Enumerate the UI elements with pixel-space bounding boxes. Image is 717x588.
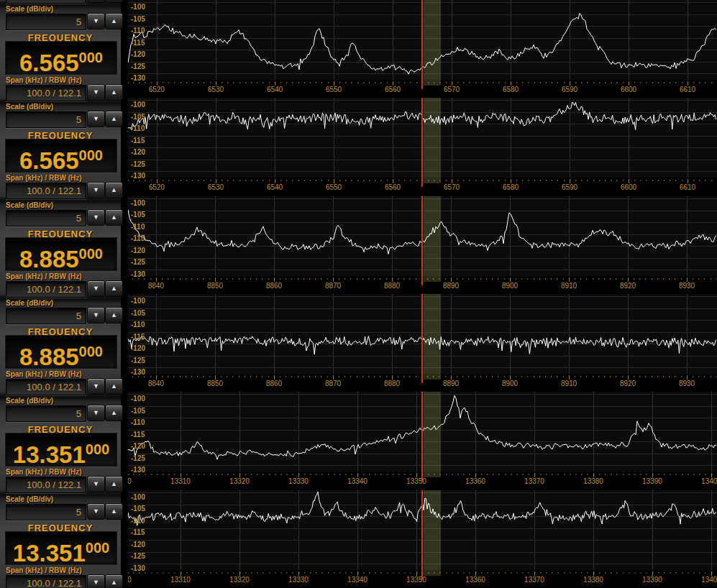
spectrum-panel: -100-105-110-115-120-125-130 88408850886… xyxy=(128,294,717,392)
spectrum-plot[interactable] xyxy=(128,392,717,472)
x-axis-label: 8900 xyxy=(502,282,518,290)
frequency-display[interactable]: 13.351000 xyxy=(5,433,117,467)
scale-input[interactable]: 5 xyxy=(6,14,86,30)
y-axis-label: -120 xyxy=(131,442,145,450)
span-up-button[interactable]: ▲ xyxy=(105,476,123,492)
span-down-button[interactable] xyxy=(87,0,105,3)
frequency-value: 8.885 xyxy=(19,344,79,370)
arrow-up-icon: ▲ xyxy=(106,111,122,127)
scale-value: 5 xyxy=(76,14,81,29)
frequency-display[interactable]: 6.565000 xyxy=(5,139,117,173)
x-axis-label: 8920 xyxy=(620,282,636,290)
y-axis-label: -105 xyxy=(131,505,145,513)
x-axis-label: 13340 xyxy=(347,576,367,584)
x-axis-label: 8850 xyxy=(207,380,223,387)
scale-down-button[interactable]: ▼ xyxy=(87,209,105,226)
x-axis-label: 13330 xyxy=(288,477,309,485)
span-rbw-input[interactable]: 100.0 / 122.1 xyxy=(6,575,86,588)
span-rbw-value: 100.0 / 122.1 xyxy=(27,183,81,198)
span-up-button[interactable]: ▲ xyxy=(105,378,123,395)
arrow-up-icon: ▲ xyxy=(106,477,122,492)
y-axis-label: -100 xyxy=(131,101,145,109)
scale-up-button[interactable]: ▲ xyxy=(105,503,123,520)
x-axis-label: 6520 xyxy=(149,86,165,93)
scale-up-button[interactable]: ▲ xyxy=(105,209,123,226)
y-axis-label: -105 xyxy=(131,211,145,219)
arrow-up-icon: ▲ xyxy=(106,308,122,323)
span-rbw-value: 100.0 / 122.1 xyxy=(27,576,81,588)
x-axis-label: 8860 xyxy=(266,380,282,387)
span-rbw-label: Span (kHz) / RBW (Hz) xyxy=(6,566,82,574)
control-panel: Scale (dB/div) 5 ▼ ▲ FREQUENCY 8.885000 … xyxy=(0,196,121,295)
y-axis-label: -130 xyxy=(131,564,145,572)
spectrum-panel: -100-105-110-115-120-125-130 88408850886… xyxy=(128,196,717,295)
scale-input[interactable]: 5 xyxy=(6,111,86,128)
spectrum-panel: -100-105-110-115-120-125-130 65206530654… xyxy=(128,0,717,98)
span-rbw-input[interactable]: 100.0 / 122.1 xyxy=(6,85,86,101)
spectrum-plot[interactable] xyxy=(128,98,717,178)
x-axis-label: 6610 xyxy=(680,86,695,93)
scale-value: 5 xyxy=(76,505,81,520)
spectrum-plot[interactable] xyxy=(128,196,717,276)
span-up-button[interactable]: ▲ xyxy=(105,182,123,198)
x-axis-label: 6530 xyxy=(208,183,224,191)
y-axis-label: -125 xyxy=(131,454,145,462)
span-down-button[interactable]: ▼ xyxy=(87,280,105,297)
spectrum-plot[interactable] xyxy=(128,0,717,80)
control-panel: Scale (dB/div) 5 ▼ ▲ FREQUENCY 6.565000 … xyxy=(0,0,121,98)
span-down-button[interactable]: ▼ xyxy=(87,378,105,395)
y-axis-label: -110 xyxy=(131,124,145,132)
span-rbw-input[interactable]: 100.0 / 122.1 xyxy=(6,281,86,298)
scale-label: Scale (dB/div) xyxy=(6,5,53,13)
frequency-display[interactable]: 6.565000 xyxy=(5,41,117,75)
y-axis-label: -100 xyxy=(131,297,145,305)
span-up-button[interactable]: ▲ xyxy=(105,280,123,297)
span-rbw-input[interactable]: 100.0 / 122.1 xyxy=(6,477,86,493)
scale-up-button[interactable]: ▲ xyxy=(105,13,123,29)
filter-band xyxy=(424,276,441,282)
scale-input[interactable]: 5 xyxy=(6,504,86,520)
scale-input[interactable]: 5 xyxy=(6,210,86,226)
frequency-display[interactable]: 13.351000 xyxy=(5,531,117,565)
scale-down-button[interactable]: ▼ xyxy=(87,13,105,29)
span-up-button[interactable] xyxy=(105,0,123,3)
span-rbw-input[interactable]: 100.0 / 122.1 xyxy=(6,183,86,199)
span-up-button[interactable]: ▲ xyxy=(105,574,123,588)
x-axis-label: 6570 xyxy=(444,86,460,93)
frequency-value: 8.885 xyxy=(19,246,79,272)
span-down-button[interactable]: ▼ xyxy=(87,84,105,101)
y-axis-label: -100 xyxy=(131,395,145,403)
spectrum-plot[interactable] xyxy=(128,294,717,374)
scale-input[interactable]: 5 xyxy=(6,405,86,422)
y-axis-label: -105 xyxy=(131,407,145,415)
frequency-display[interactable]: 8.885000 xyxy=(5,237,117,271)
y-axis-label: -110 xyxy=(131,321,145,329)
scale-input[interactable]: 5 xyxy=(6,308,86,324)
x-axis-label: 13340 xyxy=(347,477,367,485)
span-rbw-input[interactable] xyxy=(6,0,86,4)
span-rbw-input[interactable]: 100.0 / 122.1 xyxy=(6,379,86,395)
arrow-up-icon: ▲ xyxy=(106,575,122,588)
spectrum-plot[interactable] xyxy=(128,490,717,570)
filter-band xyxy=(424,374,441,380)
span-down-button[interactable]: ▼ xyxy=(87,476,105,492)
x-axis-label: 8880 xyxy=(384,282,400,290)
span-up-button[interactable]: ▲ xyxy=(105,84,123,101)
arrow-down-icon: ▼ xyxy=(88,183,104,198)
scale-down-button[interactable]: ▼ xyxy=(87,503,105,520)
scale-up-button[interactable]: ▲ xyxy=(105,307,123,323)
scale-up-button[interactable]: ▲ xyxy=(105,405,123,421)
scale-down-button[interactable]: ▼ xyxy=(87,405,105,421)
x-axis-label: 6600 xyxy=(621,183,636,191)
span-down-button[interactable]: ▼ xyxy=(87,182,105,198)
frequency-display[interactable]: 8.885000 xyxy=(5,335,117,369)
arrow-down-icon: ▼ xyxy=(88,308,104,323)
scale-down-button[interactable]: ▼ xyxy=(87,111,105,127)
span-down-button[interactable]: ▼ xyxy=(87,574,105,588)
arrow-up-icon: ▲ xyxy=(106,405,122,421)
scale-down-button[interactable]: ▼ xyxy=(87,307,105,323)
x-axis-label: 8930 xyxy=(679,282,695,290)
arrow-up-icon: ▲ xyxy=(106,281,122,296)
scale-up-button[interactable]: ▲ xyxy=(105,111,123,127)
frequency-value-fraction: 000 xyxy=(79,344,103,359)
